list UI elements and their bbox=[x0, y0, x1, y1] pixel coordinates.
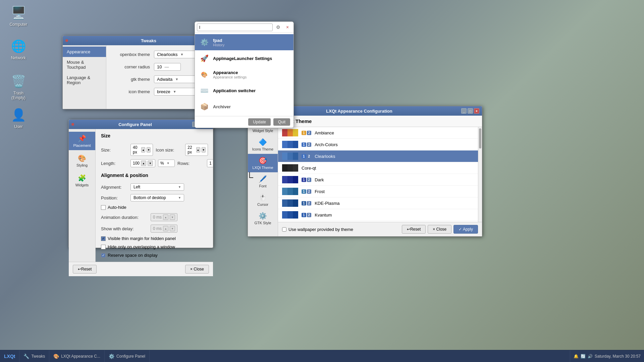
panel-length-up[interactable]: ▲ bbox=[141, 161, 146, 166]
panel-sidebar-widgets[interactable]: 🧩 Widgets bbox=[69, 171, 95, 190]
tweaks-close-dot[interactable] bbox=[65, 39, 68, 42]
frost-badge: 1 2 bbox=[302, 189, 311, 194]
taskbar-volume-icon[interactable]: 🔊 bbox=[588, 354, 593, 359]
tweaks-corner-minus[interactable]: — bbox=[164, 64, 169, 69]
tweaks-sidebar-appearance[interactable]: Appearance bbox=[63, 47, 106, 57]
tweaks-corner-input[interactable]: 10 — bbox=[154, 63, 181, 71]
panel-show-delay-row: Show with delay: 0 ms ▲ ▼ bbox=[101, 225, 208, 233]
panel-animation-input[interactable]: 0 ms ▲ ▼ bbox=[151, 213, 177, 221]
desktop-icon-computer[interactable]: 🖥️ Computer bbox=[5, 3, 32, 28]
lxqt-maximize-btn[interactable]: □ bbox=[468, 108, 473, 114]
launcher-quit-btn[interactable]: Quit bbox=[273, 118, 290, 126]
lxqt-main: LXQt Theme 1 2 Ambiance bbox=[278, 116, 482, 236]
panel-icon-down[interactable]: ▼ bbox=[202, 147, 206, 153]
panel-margin-checkbox[interactable]: ✓ bbox=[101, 236, 106, 241]
font-icon: 🖊️ bbox=[259, 175, 267, 183]
panel-icon-size-input[interactable]: 22 px ▲ ▼ bbox=[185, 144, 208, 156]
lxqt-close-btn-footer[interactable]: × Close bbox=[428, 225, 451, 234]
desktop-icon-user[interactable]: 👤 User bbox=[5, 106, 32, 130]
tweaks-gtk-select[interactable]: Adwaita bbox=[154, 75, 198, 83]
launcher-result-archiver[interactable]: 📦 Archiver bbox=[195, 99, 293, 115]
panel-sidebar-styling[interactable]: 🎨 Styling bbox=[69, 152, 95, 170]
panel-delay-down[interactable]: ▼ bbox=[170, 226, 175, 231]
lxqt-footer-btns: ↩Reset × Close ✓ Apply bbox=[402, 225, 478, 234]
panel-size-down[interactable]: ▼ bbox=[147, 147, 151, 153]
launcher-update-btn[interactable]: Update bbox=[248, 118, 271, 126]
tweaks-sidebar-language[interactable]: Language & Region bbox=[63, 72, 106, 88]
theme-item-frost[interactable]: 1 2 Frost bbox=[278, 186, 478, 197]
panel-close-dot[interactable] bbox=[71, 123, 74, 126]
launcher-result-appimage[interactable]: 🚀 AppImageLauncher Settings bbox=[195, 50, 293, 66]
panel-sidebar-placement[interactable]: 📌 Placement bbox=[69, 132, 95, 150]
tweaks-sidebar-mouse[interactable]: Mouse & Touchpad bbox=[63, 57, 106, 72]
panel-reset-btn[interactable]: ↩Reset bbox=[73, 265, 97, 274]
panel-titlebar: Configure Panel _ □ × bbox=[69, 120, 213, 129]
theme-item-clearlooks[interactable]: 1 2 Clearlooks bbox=[278, 150, 478, 162]
lxqt-close-btn[interactable]: × bbox=[474, 108, 479, 114]
theme-item-ambiance[interactable]: 1 2 Ambiance bbox=[278, 127, 478, 139]
lxqt-sidebar-gtk-style[interactable]: ⚙️ GTK Style bbox=[248, 209, 278, 228]
panel-hide-checkbox[interactable] bbox=[101, 245, 106, 249]
theme-item-kvantum[interactable]: 1 2 Kvantum bbox=[278, 209, 478, 221]
panel-size-input[interactable]: 40 px ▲ ▼ bbox=[130, 144, 153, 156]
taskbar-item-tweaks[interactable]: 🔧 Tweaks bbox=[19, 350, 49, 362]
panel-position-select[interactable]: Bottom of desktop bbox=[130, 194, 184, 201]
panel-length-input[interactable]: 100 ▲ ▼ bbox=[130, 159, 155, 167]
theme-item-kde-plasma[interactable]: 1 2 KDE-Plasma bbox=[278, 197, 478, 209]
launcher-result-appswitcher[interactable]: ⌨️ Application switcher bbox=[195, 82, 293, 99]
launcher-search-input[interactable] bbox=[197, 23, 273, 31]
lxqt-apply-btn[interactable]: ✓ Apply bbox=[453, 225, 478, 234]
launcher-result-fpad[interactable]: ⚙️ fpad History bbox=[195, 34, 293, 50]
lxqt-minimize-btn[interactable]: _ bbox=[461, 108, 467, 114]
panel-close-btn-footer[interactable]: × Close bbox=[185, 265, 209, 274]
taskbar-network-icon[interactable]: 🔄 bbox=[581, 354, 586, 359]
panel-length-down[interactable]: ▼ bbox=[148, 161, 153, 166]
taskbar-start-btn[interactable]: LXQt bbox=[0, 350, 19, 362]
launcher-result-appearance[interactable]: 🎨 Appearance Appearance settings bbox=[195, 66, 293, 82]
theme-item-arch-colors[interactable]: 1 2 Arch-Colors bbox=[278, 139, 478, 150]
tweaks-openbox-select[interactable]: Clearlooks bbox=[154, 51, 198, 58]
lxqt-reset-btn[interactable]: ↩Reset bbox=[402, 225, 426, 234]
panel-autohide-checkbox[interactable] bbox=[101, 205, 106, 210]
taskbar-tweaks-icon: 🔧 bbox=[23, 354, 29, 359]
user-icon: 👤 bbox=[10, 107, 26, 123]
panel-anim-down[interactable]: ▼ bbox=[170, 215, 175, 220]
panel-length-label: Length: bbox=[101, 161, 128, 166]
lxqt-wallpaper-checkbox[interactable] bbox=[282, 227, 286, 232]
panel-reserve-row: ✓ Reserve space on display bbox=[101, 253, 208, 258]
panel-delay-up[interactable]: ▲ bbox=[163, 226, 168, 231]
panel-icon-up[interactable]: ▲ bbox=[196, 147, 200, 153]
launcher-appimage-text: AppImageLauncher Settings bbox=[213, 56, 272, 61]
panel-size-up[interactable]: ▲ bbox=[141, 147, 145, 153]
launcher-appearance-icon: 🎨 bbox=[199, 69, 210, 80]
panel-anim-up[interactable]: ▲ bbox=[163, 215, 168, 220]
tweaks-sidebar: Appearance Mouse & Touchpad Language & R… bbox=[63, 45, 106, 109]
panel-reserve-checkbox[interactable]: ✓ bbox=[101, 253, 106, 258]
desktop-icon-trash[interactable]: 🗑️ Trash (Empty) bbox=[5, 72, 32, 102]
panel-alignment-select[interactable]: Left bbox=[130, 183, 184, 191]
desktop-icon-network[interactable]: 🌐 Network bbox=[5, 37, 32, 62]
placement-icon: 📌 bbox=[78, 134, 86, 142]
launcher-close-btn[interactable]: × bbox=[283, 23, 291, 31]
scrollbar-thumb[interactable] bbox=[479, 128, 481, 148]
panel-hide-row: Hide only on overlapping a window bbox=[101, 244, 208, 249]
lxqt-scrollbar[interactable] bbox=[478, 127, 482, 222]
panel-rows-input[interactable]: 1 ▲ ▼ bbox=[207, 159, 213, 167]
theme-item-dark[interactable]: 1 2 Dark bbox=[278, 174, 478, 186]
taskbar-notification-icon[interactable]: 🔔 bbox=[574, 354, 579, 359]
launcher-settings-btn[interactable]: ⚙ bbox=[274, 23, 282, 31]
panel-delay-input[interactable]: 0 ms ▲ ▼ bbox=[151, 225, 177, 233]
lxqt-theme-list: 1 2 Ambiance 1 bbox=[278, 127, 478, 222]
taskbar-clock: Saturday, March 30 20:57 bbox=[595, 354, 641, 359]
panel-title: Configure Panel bbox=[79, 122, 191, 127]
lxqt-sidebar-icons-theme[interactable]: 🔷 Icons Theme bbox=[248, 135, 278, 154]
lxqt-sidebar-cursor[interactable]: 🖱️ Cursor bbox=[248, 191, 278, 209]
taskbar-lxqt-icon: 🎨 bbox=[53, 354, 59, 359]
lxqt-sidebar-lxqt-theme[interactable]: 🎯 LXQt Theme bbox=[248, 154, 278, 172]
taskbar-item-lxqt-appearance[interactable]: 🎨 LXQt Appearance C... bbox=[49, 350, 105, 362]
taskbar-item-configure-panel[interactable]: ⚙️ Configure Panel bbox=[105, 350, 150, 362]
lxqt-window-controls: _ □ × bbox=[461, 108, 479, 114]
theme-item-core-qt[interactable]: Core-qt bbox=[278, 162, 478, 174]
tweaks-icon-select[interactable]: breeze bbox=[154, 88, 198, 96]
panel-length-unit-select[interactable]: % ▼ bbox=[158, 160, 175, 167]
